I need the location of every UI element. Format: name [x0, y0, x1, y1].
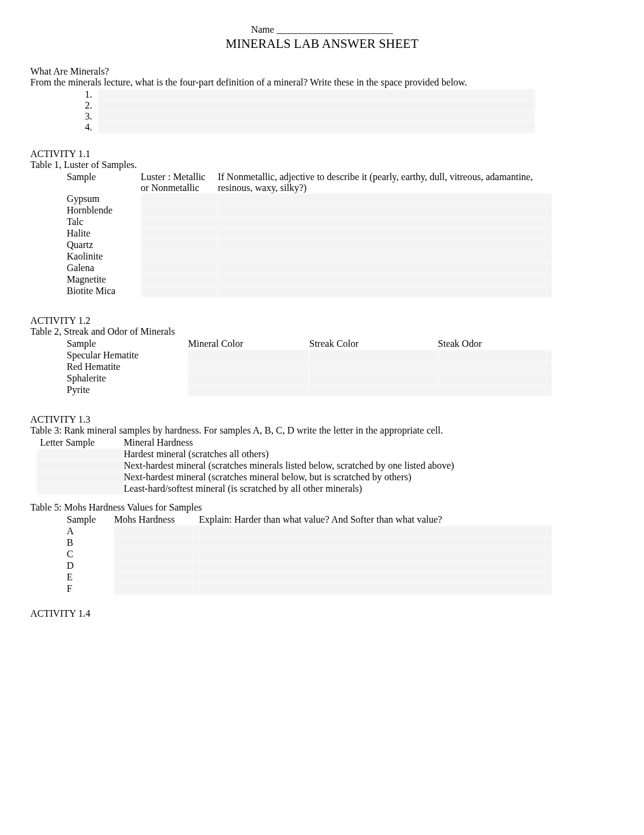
answer-blur — [199, 583, 552, 595]
table-row: Gypsum — [67, 193, 552, 205]
answer-blur — [188, 373, 309, 384]
answer-blur — [98, 122, 535, 133]
answer-blur — [188, 350, 309, 361]
activity-1-4-title: ACTIVITY 1.4 — [30, 608, 614, 619]
definition-row: 2. — [85, 100, 614, 111]
activity-1-2-title: ACTIVITY 1.2 — [30, 315, 614, 326]
table-1-caption: Table 1, Luster of Samples. — [30, 159, 614, 170]
table-row: Specular Hematite — [67, 350, 552, 361]
answer-blur — [114, 526, 199, 537]
sample-letter: C — [67, 549, 114, 560]
sample-letter: A — [67, 526, 114, 537]
table-row: F — [67, 583, 552, 595]
table-row: Galena — [67, 263, 552, 274]
table-row: C — [67, 549, 552, 560]
table-row: Pyrite — [67, 384, 552, 396]
answer-blur — [141, 205, 218, 216]
answer-blur — [36, 483, 124, 495]
sample-name: Sphalerite — [67, 373, 188, 384]
intro-heading: What Are Minerals? — [30, 66, 614, 77]
sample-name: Halite — [67, 228, 141, 240]
definition-number: 2. — [85, 100, 98, 111]
col-streak: Streak Color — [309, 338, 438, 350]
col-sample: Sample — [67, 172, 141, 193]
table-row: Least-hard/softest mineral (is scratched… — [36, 483, 570, 495]
answer-blur — [218, 274, 552, 286]
answer-blur — [438, 373, 552, 384]
table-5-caption: Table 5: Mohs Hardness Values for Sample… — [30, 502, 614, 513]
hardness-desc: Next-hardest mineral (scratches mineral … — [124, 472, 570, 483]
page-title: MINERALS LAB ANSWER SHEET — [30, 36, 614, 52]
answer-blur — [309, 350, 438, 361]
answer-blur — [114, 549, 199, 560]
answer-blur — [114, 560, 199, 572]
answer-blur — [438, 350, 552, 361]
col-adjective: If Nonmetallic, adjective to describe it… — [218, 172, 552, 193]
table-3: Letter Sample Mineral Hardness Hardest m… — [36, 437, 570, 495]
table-row: Red Hematite — [67, 361, 552, 373]
table-row: Talc — [67, 216, 552, 228]
answer-blur — [309, 384, 438, 396]
table-1: Sample Luster : Metallic or Nonmetallic … — [67, 172, 552, 297]
answer-blur — [114, 537, 199, 549]
answer-blur — [218, 228, 552, 240]
answer-blur — [141, 228, 218, 240]
sample-letter: F — [67, 583, 114, 595]
answer-blur — [199, 549, 552, 560]
intro-prompt: From the minerals lecture, what is the f… — [30, 77, 614, 88]
col-hardness: Mineral Hardness — [124, 437, 570, 449]
definition-row: 4. — [85, 122, 614, 133]
answer-blur — [141, 251, 218, 263]
answer-blur — [218, 205, 552, 216]
table-row: E — [67, 572, 552, 583]
table-header-row: Sample Mohs Hardness Explain: Harder tha… — [67, 514, 552, 526]
sample-letter: E — [67, 572, 114, 583]
sample-name: Biotite Mica — [67, 286, 141, 297]
answer-blur — [141, 263, 218, 274]
table-row: Quartz — [67, 240, 552, 251]
table-header-row: Letter Sample Mineral Hardness — [36, 437, 570, 449]
sample-name: Kaolinite — [67, 251, 141, 263]
table-row: Halite — [67, 228, 552, 240]
table-row: Sphalerite — [67, 373, 552, 384]
answer-blur — [114, 572, 199, 583]
sample-name: Red Hematite — [67, 361, 188, 373]
table-header-row: Sample Luster : Metallic or Nonmetallic … — [67, 172, 552, 193]
definition-row: 3. — [85, 111, 614, 122]
answer-blur — [36, 460, 124, 472]
answer-blur — [438, 384, 552, 396]
table-row: Next-hardest mineral (scratches mineral … — [36, 472, 570, 483]
definition-number: 4. — [85, 122, 98, 133]
col-explain: Explain: Harder than what value? And Sof… — [199, 514, 552, 526]
col-sample: Sample — [67, 514, 114, 526]
answer-blur — [141, 240, 218, 251]
answer-blur — [141, 274, 218, 286]
table-row: Next-hardest mineral (scratches minerals… — [36, 460, 570, 472]
col-mohs: Mohs Hardness — [114, 514, 199, 526]
col-odor: Steak Odor — [438, 338, 552, 350]
table-row: Hornblende — [67, 205, 552, 216]
col-color: Mineral Color — [188, 338, 309, 350]
answer-blur — [199, 526, 552, 537]
answer-blur — [309, 361, 438, 373]
table-row: Kaolinite — [67, 251, 552, 263]
answer-blur — [188, 384, 309, 396]
col-letter: Letter Sample — [36, 437, 124, 449]
activity-1-1-title: ACTIVITY 1.1 — [30, 149, 614, 159]
answer-blur — [98, 100, 535, 111]
hardness-desc: Hardest mineral (scratches all others) — [124, 449, 570, 460]
table-row: Biotite Mica — [67, 286, 552, 297]
sample-name: Magnetite — [67, 274, 141, 286]
definition-list: 1. 2. 3. 4. — [85, 89, 614, 133]
sample-letter: B — [67, 537, 114, 549]
answer-blur — [218, 263, 552, 274]
answer-blur — [114, 583, 199, 595]
answer-blur — [98, 111, 535, 122]
col-luster: Luster : Metallic or Nonmetallic — [141, 172, 218, 193]
sample-name: Galena — [67, 263, 141, 274]
hardness-desc: Least-hard/softest mineral (is scratched… — [124, 483, 570, 495]
answer-blur — [36, 472, 124, 483]
answer-blur — [188, 361, 309, 373]
col-sample: Sample — [67, 338, 188, 350]
answer-blur — [218, 216, 552, 228]
